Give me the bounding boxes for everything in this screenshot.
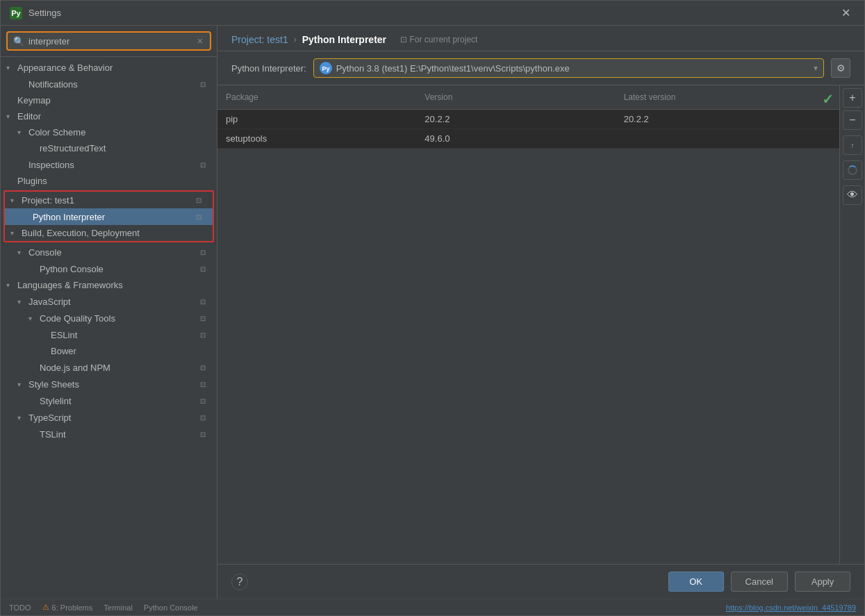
sidebar-item-typescript[interactable]: ▾ TypeScript ⊡ bbox=[1, 409, 217, 426]
problems-status[interactable]: ⚠ 6: Problems bbox=[42, 603, 93, 612]
sidebar-item-languages-frameworks[interactable]: ▾ Languages & Frameworks bbox=[1, 277, 217, 293]
page-icon: ⊡ bbox=[197, 362, 208, 373]
breadcrumb-separator: › bbox=[294, 35, 297, 44]
sidebar-item-label: Inspections bbox=[28, 160, 197, 170]
page-icon: ⊡ bbox=[197, 78, 208, 90]
sidebar-item-restructuredtext[interactable]: reStructuredText bbox=[1, 140, 217, 156]
main-content: 🔍 × ▾ Appearance & Behavior Notification… bbox=[1, 26, 864, 599]
packages-table-body: pip 20.2.2 20.2.2 setuptools 49.6.0 bbox=[217, 110, 839, 149]
sidebar-item-appearance-behavior[interactable]: ▾ Appearance & Behavior bbox=[1, 60, 217, 76]
sidebar-item-code-quality-tools[interactable]: ▾ Code Quality Tools ⊡ bbox=[1, 310, 217, 326]
interpreter-name: Python 3.8 (test1) E:\Python\test1\venv\… bbox=[336, 63, 814, 74]
bottom-bar: ? OK Cancel Apply bbox=[217, 564, 864, 599]
sidebar-item-eslint[interactable]: ESLint ⊡ bbox=[1, 326, 217, 343]
table-row[interactable]: setuptools 49.6.0 bbox=[217, 129, 839, 149]
interpreter-row: Python Interpreter: Py Python 3.8 (test1… bbox=[217, 51, 864, 85]
sidebar-item-label: Node.js and NPM bbox=[40, 363, 197, 373]
sidebar-item-inspections[interactable]: Inspections ⊡ bbox=[1, 156, 217, 173]
apply-button[interactable]: Apply bbox=[795, 572, 850, 592]
sidebar-item-stylelint[interactable]: Stylelint ⊡ bbox=[1, 392, 217, 409]
breadcrumb-current: Python Interpreter bbox=[302, 34, 386, 45]
sidebar-item-javascript[interactable]: ▾ JavaScript ⊡ bbox=[1, 293, 217, 310]
sidebar-item-console[interactable]: ▾ Console ⊡ bbox=[1, 244, 217, 260]
package-latest bbox=[616, 129, 814, 148]
page-icon: ⊡ bbox=[197, 159, 208, 170]
todo-status[interactable]: TODO bbox=[9, 603, 31, 612]
help-button[interactable]: ? bbox=[231, 574, 248, 590]
table-sidebar: + − ↑ 👁 bbox=[839, 85, 864, 564]
breadcrumb-project: Project: test1 bbox=[231, 34, 288, 45]
sidebar-item-label: Editor bbox=[17, 111, 211, 122]
sidebar-item-notifications[interactable]: Notifications ⊡ bbox=[1, 76, 217, 92]
expand-arrow: ▾ bbox=[10, 229, 22, 237]
sidebar-item-python-interpreter[interactable]: Python Interpreter ⊡ bbox=[5, 208, 213, 225]
interpreter-select[interactable]: Py Python 3.8 (test1) E:\Python\test1\ve… bbox=[313, 58, 824, 78]
sidebar-item-label: Project: test1 bbox=[22, 195, 193, 206]
sidebar-item-label: JavaScript bbox=[28, 297, 197, 307]
sidebar-item-label: reStructuredText bbox=[40, 143, 211, 153]
page-icon: ⊡ bbox=[193, 194, 204, 206]
package-version: 49.6.0 bbox=[416, 129, 615, 148]
python-icon: Py bbox=[320, 62, 332, 74]
interpreter-gear-button[interactable]: ⚙ bbox=[831, 58, 850, 78]
expand-arrow: ▾ bbox=[17, 128, 28, 136]
search-clear-button[interactable]: × bbox=[196, 35, 204, 47]
svg-text:Py: Py bbox=[322, 65, 329, 72]
expand-arrow: ▾ bbox=[6, 64, 17, 72]
ok-button[interactable]: OK bbox=[668, 572, 724, 592]
page-icon: ⊡ bbox=[197, 395, 208, 406]
status-url[interactable]: https://blog.csdn.net/weixin_44519789 bbox=[726, 603, 856, 612]
sidebar-item-label: Console bbox=[28, 247, 197, 258]
sidebar-item-label: Appearance & Behavior bbox=[17, 63, 211, 73]
sidebar-item-label: Python Console bbox=[40, 264, 197, 274]
sidebar-item-label: Stylelint bbox=[40, 396, 197, 406]
sidebar-item-plugins[interactable]: Plugins bbox=[1, 173, 217, 189]
sidebar: 🔍 × ▾ Appearance & Behavior Notification… bbox=[1, 26, 217, 599]
column-package: Package bbox=[217, 90, 416, 105]
app-icon: Py bbox=[9, 6, 23, 20]
sidebar-item-project-test1[interactable]: ▾ Project: test1 ⊡ bbox=[5, 192, 213, 208]
expand-arrow: ▾ bbox=[17, 414, 28, 422]
sidebar-item-editor[interactable]: ▾ Editor bbox=[1, 108, 217, 124]
sidebar-item-python-console[interactable]: Python Console ⊡ bbox=[1, 260, 217, 277]
breadcrumb: Project: test1 › Python Interpreter ⊡ Fo… bbox=[231, 34, 850, 45]
expand-arrow: ▾ bbox=[17, 381, 28, 388]
show-latest-button[interactable]: 👁 bbox=[843, 185, 862, 205]
sidebar-item-tslint[interactable]: TSLint ⊡ bbox=[1, 426, 217, 442]
packages-table-header: Package Version Latest version bbox=[217, 85, 839, 110]
terminal-status[interactable]: Terminal bbox=[104, 603, 133, 612]
sidebar-item-color-scheme[interactable]: ▾ Color Scheme bbox=[1, 124, 217, 140]
remove-package-button[interactable]: − bbox=[843, 110, 862, 130]
upgrade-package-button[interactable]: ↑ bbox=[843, 135, 862, 155]
sidebar-item-label: Style Sheets bbox=[28, 379, 197, 390]
sidebar-item-label: TSLint bbox=[40, 429, 197, 440]
right-panel: Project: test1 › Python Interpreter ⊡ Fo… bbox=[217, 26, 864, 599]
close-button[interactable]: ✕ bbox=[836, 3, 856, 22]
titlebar: Py Settings ✕ bbox=[1, 1, 864, 26]
python-console-status[interactable]: Python Console bbox=[144, 603, 198, 612]
search-wrapper: 🔍 × bbox=[6, 31, 211, 51]
page-icon: ⊡ bbox=[197, 313, 208, 324]
expand-arrow: ▾ bbox=[28, 315, 40, 322]
expand-arrow: ▾ bbox=[17, 249, 28, 256]
table-row[interactable]: pip 20.2.2 20.2.2 bbox=[217, 110, 839, 129]
breadcrumb-note: ⊡ For current project bbox=[400, 35, 477, 44]
window-title: Settings bbox=[28, 8, 836, 18]
sidebar-item-label: Languages & Frameworks bbox=[17, 280, 211, 290]
page-icon: ⊡ bbox=[197, 263, 208, 274]
sidebar-item-bower[interactable]: Bower bbox=[1, 343, 217, 359]
search-icon: 🔍 bbox=[13, 36, 24, 47]
sidebar-item-label: Keymap bbox=[17, 95, 211, 106]
sidebar-item-style-sheets[interactable]: ▾ Style Sheets ⊡ bbox=[1, 376, 217, 392]
sidebar-item-build-execution[interactable]: ▾ Build, Execution, Deployment bbox=[5, 225, 213, 241]
cancel-button[interactable]: Cancel bbox=[731, 572, 788, 592]
sidebar-item-keymap[interactable]: Keymap bbox=[1, 92, 217, 108]
panel-header: Project: test1 › Python Interpreter ⊡ Fo… bbox=[217, 26, 864, 51]
sidebar-item-nodejs-npm[interactable]: Node.js and NPM ⊡ bbox=[1, 359, 217, 376]
checkmark-icon: ✓ bbox=[822, 91, 834, 108]
add-package-button[interactable]: + bbox=[843, 88, 862, 108]
search-input[interactable] bbox=[28, 36, 196, 47]
page-icon: ⊡ bbox=[197, 296, 208, 307]
sidebar-item-label: Bower bbox=[51, 346, 211, 356]
interpreter-label: Python Interpreter: bbox=[231, 63, 306, 74]
